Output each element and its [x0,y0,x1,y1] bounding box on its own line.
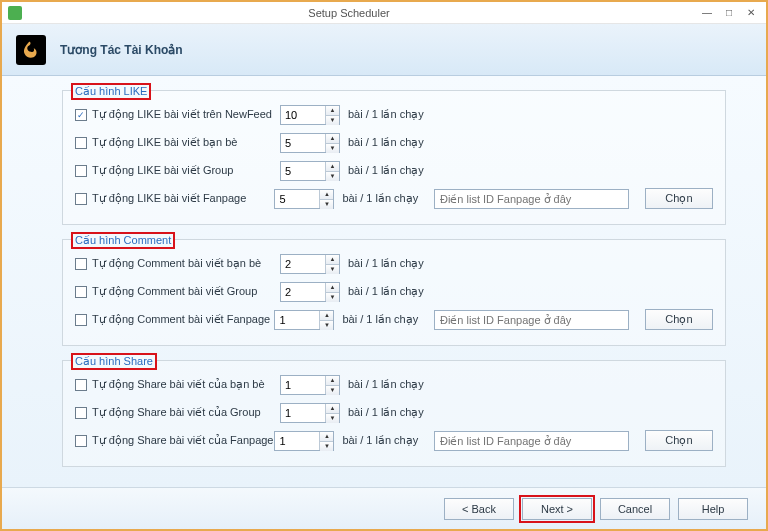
like-group-unit: bài / 1 lần chạy [348,164,438,177]
share-row-group: Tự động Share bài viết của Group ▲▼ bài … [75,400,713,425]
chevron-up-icon[interactable]: ▲ [326,283,339,293]
share-fanpage-checkbox[interactable] [75,435,87,447]
maximize-button[interactable]: □ [720,6,738,20]
like-newfeed-value[interactable] [281,106,325,124]
comment-fanpage-choose-button[interactable]: Chọn [645,309,713,330]
spinner-arrows[interactable]: ▲▼ [325,404,339,422]
like-fanpage-value[interactable] [275,190,319,208]
share-friends-value[interactable] [281,376,325,394]
comment-fanpage-unit: bài / 1 lần chạy [342,313,430,326]
like-fanpage-label: Tự động LIKE bài viết Fanpage [92,192,246,205]
group-share-legend: Cấu hình Share [71,353,157,370]
chevron-down-icon[interactable]: ▼ [326,265,339,274]
like-row-fanpage: Tự động LIKE bài viết Fanpage ▲▼ bài / 1… [75,186,713,211]
share-group-label: Tự động Share bài viết của Group [92,406,261,419]
chevron-up-icon[interactable]: ▲ [320,432,333,442]
spinner-arrows[interactable]: ▲▼ [319,432,333,450]
chevron-up-icon[interactable]: ▲ [326,106,339,116]
share-group-spinner[interactable]: ▲▼ [280,403,340,423]
content-area: Cấu hình LIKE Tự động LIKE bài viết trên… [2,76,766,487]
like-row-friends: Tự động LIKE bài viết bạn bè ▲▼ bài / 1 … [75,130,713,155]
spinner-arrows[interactable]: ▲▼ [319,311,333,329]
next-button[interactable]: Next > [522,498,592,520]
spinner-arrows[interactable]: ▲▼ [325,283,339,301]
share-fanpage-value[interactable] [275,432,319,450]
like-group-spinner[interactable]: ▲▼ [280,161,340,181]
share-group-value[interactable] [281,404,325,422]
like-friends-label: Tự động LIKE bài viết bạn bè [92,136,237,149]
spinner-arrows[interactable]: ▲▼ [325,134,339,152]
like-fanpage-ids-input[interactable] [434,189,629,209]
like-fanpage-spinner[interactable]: ▲▼ [274,189,334,209]
minimize-button[interactable]: — [698,6,716,20]
help-button[interactable]: Help [678,498,748,520]
like-newfeed-spinner[interactable]: ▲▼ [280,105,340,125]
page-title: Tương Tác Tài Khoản [60,43,183,57]
window: Setup Scheduler — □ ✕ Tương Tác Tài Khoả… [0,0,768,531]
app-logo [16,35,46,65]
like-friends-checkbox[interactable] [75,137,87,149]
chevron-down-icon[interactable]: ▼ [326,414,339,423]
comment-row-fanpage: Tự động Comment bài viết Fanpage ▲▼ bài … [75,307,713,332]
chevron-up-icon[interactable]: ▲ [320,190,333,200]
share-row-friends: Tự động Share bài viết của bạn bè ▲▼ bài… [75,372,713,397]
chevron-down-icon[interactable]: ▼ [320,321,333,330]
group-share: Cấu hình Share Tự động Share bài viết củ… [62,360,726,467]
comment-group-checkbox[interactable] [75,286,87,298]
close-button[interactable]: ✕ [742,6,760,20]
spinner-arrows[interactable]: ▲▼ [325,162,339,180]
comment-friends-unit: bài / 1 lần chạy [348,257,438,270]
share-friends-checkbox[interactable] [75,379,87,391]
chevron-up-icon[interactable]: ▲ [326,134,339,144]
chevron-down-icon[interactable]: ▼ [326,293,339,302]
like-newfeed-unit: bài / 1 lần chạy [348,108,438,121]
spinner-arrows[interactable]: ▲▼ [325,376,339,394]
comment-friends-label: Tự động Comment bài viết bạn bè [92,257,261,270]
comment-fanpage-ids-input[interactable] [434,310,629,330]
spinner-arrows[interactable]: ▲▼ [325,255,339,273]
like-friends-value[interactable] [281,134,325,152]
chevron-up-icon[interactable]: ▲ [326,255,339,265]
comment-group-value[interactable] [281,283,325,301]
like-newfeed-label: Tự động LIKE bài viết trên NewFeed [92,108,272,121]
cancel-button[interactable]: Cancel [600,498,670,520]
comment-friends-spinner[interactable]: ▲▼ [280,254,340,274]
spinner-arrows[interactable]: ▲▼ [319,190,333,208]
chevron-down-icon[interactable]: ▼ [320,200,333,209]
like-group-value[interactable] [281,162,325,180]
like-group-checkbox[interactable] [75,165,87,177]
like-newfeed-checkbox[interactable] [75,109,87,121]
chevron-down-icon[interactable]: ▼ [320,442,333,451]
like-friends-spinner[interactable]: ▲▼ [280,133,340,153]
spinner-arrows[interactable]: ▲▼ [325,106,339,124]
back-button[interactable]: < Back [444,498,514,520]
like-row-group: Tự động LIKE bài viết Group ▲▼ bài / 1 l… [75,158,713,183]
comment-fanpage-value[interactable] [275,311,319,329]
group-comment-legend: Cấu hình Comment [71,232,175,249]
share-group-checkbox[interactable] [75,407,87,419]
comment-fanpage-checkbox[interactable] [75,314,87,326]
comment-group-spinner[interactable]: ▲▼ [280,282,340,302]
comment-row-group: Tự động Comment bài viết Group ▲▼ bài / … [75,279,713,304]
share-friends-spinner[interactable]: ▲▼ [280,375,340,395]
titlebar: Setup Scheduler — □ ✕ [2,2,766,24]
chevron-up-icon[interactable]: ▲ [326,404,339,414]
share-fanpage-choose-button[interactable]: Chọn [645,430,713,451]
like-row-newfeed: Tự động LIKE bài viết trên NewFeed ▲▼ bà… [75,102,713,127]
chevron-up-icon[interactable]: ▲ [326,162,339,172]
like-fanpage-choose-button[interactable]: Chọn [645,188,713,209]
like-fanpage-checkbox[interactable] [75,193,87,205]
chevron-down-icon[interactable]: ▼ [326,172,339,181]
chevron-down-icon[interactable]: ▼ [326,116,339,125]
comment-friends-checkbox[interactable] [75,258,87,270]
like-friends-unit: bài / 1 lần chạy [348,136,438,149]
chevron-up-icon[interactable]: ▲ [320,311,333,321]
comment-group-unit: bài / 1 lần chạy [348,285,438,298]
comment-fanpage-spinner[interactable]: ▲▼ [274,310,334,330]
chevron-down-icon[interactable]: ▼ [326,144,339,153]
chevron-up-icon[interactable]: ▲ [326,376,339,386]
share-fanpage-ids-input[interactable] [434,431,629,451]
comment-friends-value[interactable] [281,255,325,273]
share-fanpage-spinner[interactable]: ▲▼ [274,431,334,451]
chevron-down-icon[interactable]: ▼ [326,386,339,395]
